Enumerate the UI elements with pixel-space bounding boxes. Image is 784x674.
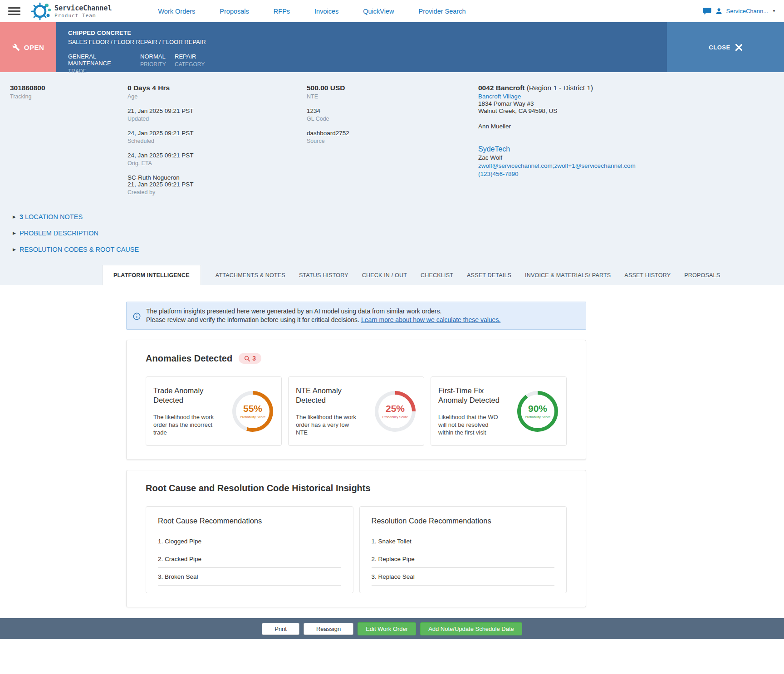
banner-line-1: The platform insights presented here wer… bbox=[146, 307, 500, 316]
resolution-code-item: 1. Snake Toilet bbox=[372, 532, 555, 550]
edit-work-order-button[interactable]: Edit Work Order bbox=[358, 622, 416, 635]
timeline-column: 0 Days 4 Hrs Age 21, Jan 2025 09:21 PST … bbox=[127, 84, 307, 203]
status-badge: OPEN bbox=[0, 22, 56, 72]
tab-checklist[interactable]: CHECKLIST bbox=[414, 265, 460, 285]
work-order-title: CHIPPED CONCRETE bbox=[68, 29, 667, 36]
anomaly-cards-row: Trade Anomaly Detected The likelihood th… bbox=[146, 376, 567, 446]
resolution-codes-toggle[interactable]: ▶ RESOLUTION CODES & ROOT CAUSE bbox=[13, 246, 139, 253]
logo-subtitle: Product Team bbox=[54, 13, 112, 19]
nav-link-proposals[interactable]: Proposals bbox=[220, 8, 249, 15]
scheduled-item: 24, Jan 2025 09:21 PST Scheduled bbox=[127, 130, 307, 144]
trade-anomaly-gauge: 55% Probability Score bbox=[232, 391, 273, 432]
triangle-right-icon: ▶ bbox=[13, 231, 16, 235]
hamburger-menu-icon[interactable] bbox=[8, 7, 20, 15]
site-link[interactable]: Bancroft Village bbox=[478, 93, 521, 100]
tracking-column: 301860800 Tracking bbox=[10, 84, 127, 203]
triangle-right-icon: ▶ bbox=[13, 247, 16, 252]
reassign-button[interactable]: Reassign bbox=[304, 623, 353, 635]
root-cause-item: 1. Clogged Pipe bbox=[158, 532, 341, 550]
historical-insights-card: Root Cause and Resolution Code Historica… bbox=[126, 470, 586, 607]
chat-icon[interactable] bbox=[703, 7, 711, 15]
gear-logo-icon bbox=[30, 1, 51, 21]
wrench-icon bbox=[12, 44, 20, 51]
financial-column: 500.00 USD NTE 1234 GL Code dashboard275… bbox=[307, 84, 478, 203]
first-time-fix-anomaly-card: First-Time Fix Anomaly Detected Likeliho… bbox=[431, 376, 567, 446]
provider-contact-name: Zac Wolf bbox=[478, 154, 774, 161]
learn-more-link[interactable]: Learn more about how we calculate these … bbox=[361, 316, 500, 323]
tab-attachments-notes[interactable]: ATTACHMENTS & NOTES bbox=[209, 265, 292, 285]
anomaly-count-badge: 3 bbox=[239, 353, 261, 364]
tracking-number: 301860800 bbox=[10, 84, 127, 92]
anomalies-detected-card: Anomalies Detected 3 Trade Anomaly Detec… bbox=[126, 340, 586, 460]
work-order-title-block: CHIPPED CONCRETE SALES FLOOR / FLOOR REP… bbox=[56, 22, 667, 72]
source-item: dashboard2752 Source bbox=[307, 130, 478, 144]
location-contact: Ann Mueller bbox=[478, 123, 774, 130]
root-cause-recommendations-card: Root Cause Recommendations 1. Clogged Pi… bbox=[146, 506, 353, 593]
anomaly-count: 3 bbox=[252, 355, 256, 362]
provider-link[interactable]: SydeTech bbox=[478, 145, 510, 153]
meta-category: REPAIR CATEGORY bbox=[175, 53, 205, 74]
resolution-code-item: 3. Replace Seal bbox=[372, 568, 555, 586]
close-label: CLOSE bbox=[709, 44, 730, 51]
user-icon[interactable] bbox=[715, 8, 722, 15]
bottom-spacer bbox=[0, 639, 784, 674]
info-icon bbox=[133, 308, 141, 324]
close-work-order-button[interactable]: CLOSE bbox=[667, 22, 784, 72]
location-column: 0042 Bancroft (Region 1 - District 1) Ba… bbox=[478, 84, 774, 203]
close-icon bbox=[735, 44, 742, 51]
resolution-code-item: 2. Replace Pipe bbox=[372, 550, 555, 568]
orig-eta-item: 24, Jan 2025 09:21 PST Orig. ETA bbox=[127, 152, 307, 166]
problem-description-toggle[interactable]: ▶ PROBLEM DESCRIPTION bbox=[13, 230, 98, 237]
status-label: OPEN bbox=[24, 44, 44, 51]
top-navigation: ServiceChannel Product Team Work Orders … bbox=[0, 0, 784, 22]
user-menu-label[interactable]: ServiceChann... bbox=[726, 8, 769, 15]
meta-priority: NORMAL PRIORITY bbox=[140, 53, 175, 74]
gl-code-item: 1234 GL Code bbox=[307, 107, 478, 122]
tab-status-history[interactable]: STATUS HISTORY bbox=[292, 265, 355, 285]
root-cause-item: 3. Broken Seal bbox=[158, 568, 341, 586]
nav-link-quickview[interactable]: QuickView bbox=[363, 8, 394, 15]
nte-anomaly-card: NTE Anomaly Detected The likelihood the … bbox=[288, 376, 424, 446]
main-nav-links: Work Orders Proposals RFPs Invoices Quic… bbox=[158, 8, 466, 15]
address-line-2: Walnut Creek, CA 94598, US bbox=[478, 107, 774, 115]
tab-platform-intelligence[interactable]: PLATFORM INTELLIGENCE bbox=[102, 265, 201, 285]
age-item: 0 Days 4 Hrs Age bbox=[127, 84, 307, 100]
provider-email-link[interactable]: zwolf@servicechannel.com;zwolf+1@service… bbox=[478, 162, 636, 170]
print-button[interactable]: Print bbox=[262, 623, 299, 635]
tab-asset-history[interactable]: ASSET HISTORY bbox=[617, 265, 677, 285]
triangle-right-icon: ▶ bbox=[13, 215, 16, 219]
resolution-code-recommendations-card: Resolution Code Recommendations 1. Snake… bbox=[359, 506, 567, 593]
tab-asset-details[interactable]: ASSET DETAILS bbox=[460, 265, 518, 285]
updated-item: 21, Jan 2025 09:21 PST Updated bbox=[127, 107, 307, 122]
nav-link-invoices[interactable]: Invoices bbox=[314, 8, 338, 15]
banner-line-2: Please review and verify the information… bbox=[146, 316, 361, 323]
ai-disclaimer-banner: The platform insights presented here wer… bbox=[126, 302, 586, 330]
detail-tabs: PLATFORM INTELLIGENCE ATTACHMENTS & NOTE… bbox=[0, 265, 784, 285]
collapsible-sections: ▶ 3 LOCATION NOTES ▶ PROBLEM DESCRIPTION… bbox=[0, 203, 784, 264]
tab-proposals[interactable]: PROPOSALS bbox=[677, 265, 727, 285]
servicechannel-logo[interactable]: ServiceChannel Product Team bbox=[30, 1, 112, 21]
platform-intelligence-panel: The platform insights presented here wer… bbox=[0, 285, 784, 674]
nte-anomaly-gauge: 25% Probability Score bbox=[375, 391, 416, 432]
add-note-update-schedule-button[interactable]: Add Note/Update Schedule Date bbox=[420, 622, 522, 635]
tab-invoice-materials-parts[interactable]: INVOICE & MATERIALS/ PARTS bbox=[518, 265, 617, 285]
root-cause-item: 2. Cracked Pipe bbox=[158, 550, 341, 568]
tab-check-in-out[interactable]: CHECK IN / OUT bbox=[355, 265, 414, 285]
trade-anomaly-card: Trade Anomaly Detected The likelihood th… bbox=[146, 376, 282, 446]
action-footer-bar: Print Reassign Edit Work Order Add Note/… bbox=[0, 618, 784, 639]
provider-phone-link[interactable]: (123)456-7890 bbox=[478, 170, 519, 178]
magnifier-icon bbox=[244, 356, 250, 361]
address-line-1: 1834 Pomar Way #3 bbox=[478, 100, 774, 107]
nav-link-provider-search[interactable]: Provider Search bbox=[419, 8, 466, 15]
chevron-down-icon[interactable]: ▼ bbox=[772, 9, 776, 13]
nte-item: 500.00 USD NTE bbox=[307, 84, 478, 100]
first-time-fix-gauge: 90% Probability Score bbox=[517, 391, 558, 432]
anomalies-title: Anomalies Detected bbox=[146, 353, 232, 364]
created-by-item: SC-Ruth Nogueron 21, Jan 2025 09:21 PST … bbox=[127, 174, 307, 195]
work-order-details-section: 301860800 Tracking 0 Days 4 Hrs Age 21, … bbox=[0, 72, 784, 285]
historical-insights-title: Root Cause and Resolution Code Historica… bbox=[146, 483, 567, 493]
nav-link-rfps[interactable]: RFPs bbox=[274, 8, 290, 15]
location-notes-toggle[interactable]: ▶ 3 LOCATION NOTES bbox=[13, 213, 83, 220]
logo-text: ServiceChannel Product Team bbox=[54, 4, 112, 19]
nav-link-work-orders[interactable]: Work Orders bbox=[158, 8, 195, 15]
